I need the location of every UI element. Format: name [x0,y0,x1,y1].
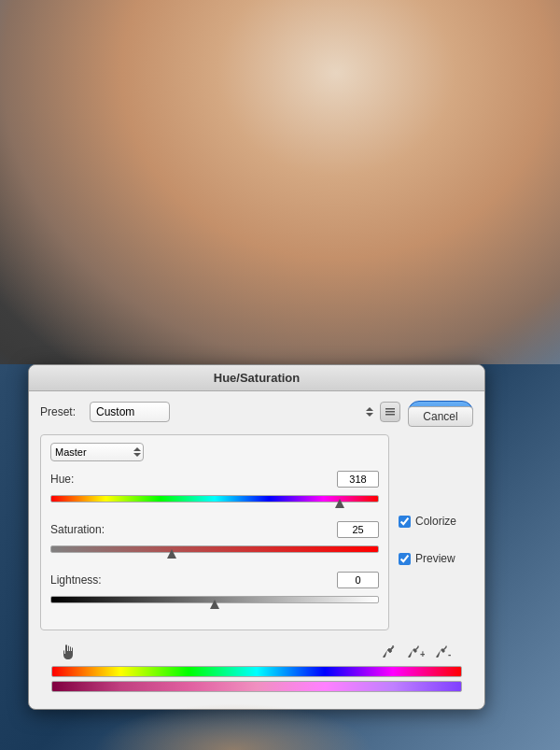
magenta-bar [51,681,462,692]
saturation-row: Saturation: [50,521,379,557]
sat-label-row: Saturation: [50,521,379,538]
dialog-body: Preset: Custom Default Cyanotype Sepia [29,391,484,709]
hue-row: Hue: [50,471,379,506]
list-icon [385,406,396,417]
dialog-title: Hue/Saturation [214,371,300,385]
hue-slider-track[interactable] [50,491,379,506]
colorize-label: Colorize [415,515,456,528]
hue-thumb[interactable] [335,497,344,508]
sat-value-input[interactable] [337,521,379,538]
svg-rect-0 [385,408,395,410]
channel-select[interactable]: Master Reds Yellows Greens Cyans Blues M… [50,443,144,461]
rainbow-bar [51,666,462,677]
hue-track [50,495,379,502]
sat-label: Saturation: [50,523,105,536]
hue-label-row: Hue: [50,471,379,488]
light-value-input[interactable] [337,572,379,588]
sat-track [50,545,379,553]
cancel-button[interactable]: Cancel [408,406,473,427]
colorize-row: Colorize [399,515,473,528]
svg-text:+: + [420,649,425,659]
hand-tool-icon[interactable] [59,642,79,662]
preset-select-arrow [366,407,373,417]
colorize-checkbox[interactable] [399,516,411,528]
eyedropper-plus-icon[interactable]: + [406,642,427,662]
svg-rect-1 [385,411,395,413]
light-thumb[interactable] [210,598,219,609]
dialog-title-bar: Hue/Saturation [29,365,484,391]
preview-checkbox[interactable] [399,553,411,565]
hue-saturation-dialog: Hue/Saturation Preset: Custom Default Cy… [28,364,485,710]
preset-label: Preset: [40,405,82,418]
svg-text:-: - [448,649,451,659]
hue-label: Hue: [50,473,74,486]
svg-rect-2 [385,414,395,416]
sliders-section: Master Reds Yellows Greens Cyans Blues M… [40,434,389,630]
sat-slider-track[interactable] [50,542,379,557]
photo-background [0,0,560,364]
lightness-row: Lightness: [50,572,379,607]
preview-label: Preview [415,552,455,565]
rainbow-bar-row [51,666,462,677]
magenta-bar-row [51,681,462,692]
right-panel: Colorize Preview [399,434,473,630]
light-label: Lightness: [50,573,102,587]
sat-thumb[interactable] [167,547,176,559]
channel-row: Master Reds Yellows Greens Cyans Blues M… [50,443,379,461]
eyedropper-minus-icon[interactable]: - [434,642,455,662]
preview-row: Preview [399,552,473,565]
preset-select-wrapper: Custom Default Cyanotype Sepia [90,402,400,422]
hue-value-input[interactable] [337,471,379,488]
eyedropper-icon[interactable] [378,642,399,662]
preset-options-button[interactable] [380,402,400,422]
bottom-tools-row: + - [51,642,462,662]
light-slider-track[interactable] [50,592,379,607]
channel-select-container: Master Reds Yellows Greens Cyans Blues M… [50,443,144,461]
preset-select[interactable]: Custom Default Cyanotype Sepia [90,402,170,422]
color-bars-section: + - [40,636,473,700]
eyedropper-tools: + - [378,642,455,662]
light-label-row: Lightness: [50,572,379,588]
bottom-figure [93,703,373,750]
main-panel: Master Reds Yellows Greens Cyans Blues M… [40,434,473,630]
